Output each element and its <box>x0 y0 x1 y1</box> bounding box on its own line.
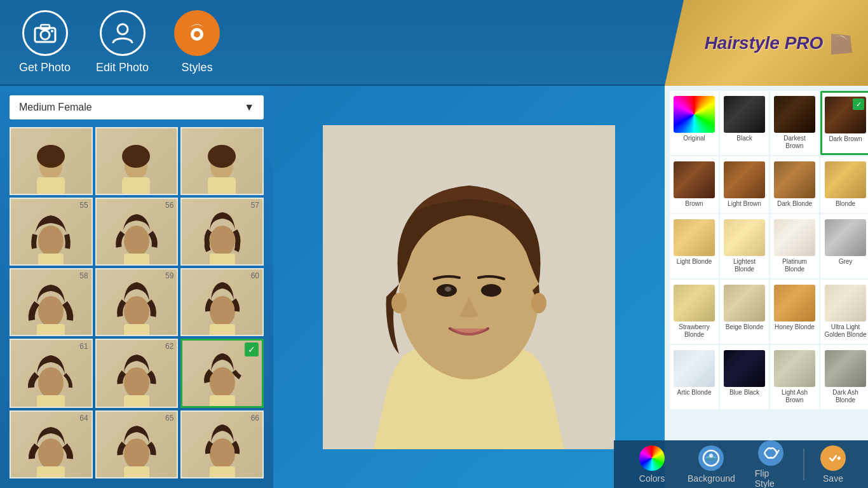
blonde-swatch: ✓ <box>825 161 866 198</box>
list-item[interactable]: 60 <box>180 268 264 336</box>
svg-rect-15 <box>208 177 236 194</box>
color-blonde[interactable]: ✓ Blonde <box>820 156 868 213</box>
list-item[interactable]: ✓ <box>180 339 264 408</box>
toolbar-flip-style[interactable]: Flip Style <box>745 437 797 489</box>
svg-rect-29 <box>37 395 65 407</box>
toolbar: Colors Background Flip Styl <box>614 440 868 488</box>
color-original[interactable]: ✓ Original <box>670 91 719 155</box>
dropdown-value: Medium Female <box>19 102 92 113</box>
color-label: Lightest Blonde <box>724 258 765 273</box>
color-dark-ash-blonde[interactable]: ✓ Dark Ash Blonde <box>820 345 868 409</box>
style-cell-partial2[interactable] <box>95 127 179 195</box>
color-darkest-brown[interactable]: ✓ Darkest Brown <box>770 91 819 155</box>
svg-rect-17 <box>38 254 64 265</box>
color-label: Ultra Light Golden Blonde <box>824 323 867 339</box>
color-grey[interactable]: ✓ Grey <box>820 214 868 278</box>
color-label: Darkest Brown <box>774 135 815 150</box>
color-label: Light Ash Brown <box>774 389 815 404</box>
svg-rect-25 <box>124 324 149 336</box>
list-item[interactable]: 59 <box>95 268 179 336</box>
style-number: 56 <box>165 201 173 210</box>
color-brown[interactable]: ✓ Brown <box>670 156 719 213</box>
toolbar-background[interactable]: Background <box>681 442 742 487</box>
style-cell-partial3[interactable] <box>180 127 264 195</box>
color-dark-blonde[interactable]: ✓ Dark Blonde <box>770 156 819 213</box>
style-cell-partial1[interactable] <box>10 127 93 195</box>
svg-point-28 <box>38 367 64 398</box>
svg-point-44 <box>481 284 501 297</box>
svg-point-6 <box>194 31 200 37</box>
nav-edit-photo[interactable]: Edit Photo <box>96 10 149 74</box>
color-label: Artic Blonde <box>677 389 712 396</box>
style-thumb <box>97 128 177 194</box>
color-honey-blonde[interactable]: ✓ Honey Blonde <box>770 280 819 344</box>
beige-blonde-swatch: ✓ <box>724 285 765 322</box>
list-item[interactable]: 65 <box>95 410 179 478</box>
color-grid: ✓ Original ✓ Black ✓ Darkest Brown <box>670 91 863 409</box>
nav-styles[interactable]: Styles <box>174 10 220 74</box>
style-number: 66 <box>251 414 259 423</box>
color-label: Light Blonde <box>677 258 712 266</box>
svg-point-46 <box>391 293 407 313</box>
list-item[interactable]: 58 <box>10 268 93 336</box>
toolbar-save[interactable]: Save <box>811 442 855 487</box>
color-black[interactable]: ✓ Black <box>720 91 769 155</box>
list-item[interactable]: 64 <box>10 410 93 478</box>
color-check-icon: ✓ <box>853 98 864 110</box>
main-content: Medium Female ▼ <box>0 86 868 488</box>
color-light-brown[interactable]: ✓ Light Brown <box>720 156 769 213</box>
list-item[interactable]: 55 <box>10 198 93 266</box>
save-icon <box>820 445 846 471</box>
light-brown-swatch: ✓ <box>724 161 765 198</box>
color-panel: ✓ Original ✓ Black ✓ Darkest Brown <box>665 86 868 488</box>
color-label: Blue Black <box>729 389 759 396</box>
color-artic-blonde[interactable]: ✓ Artic Blonde <box>670 345 719 409</box>
svg-rect-39 <box>210 466 235 478</box>
list-item[interactable]: 66 <box>180 410 264 478</box>
color-blue-black[interactable]: ✓ Blue Black <box>720 345 769 409</box>
color-light-blonde[interactable]: ✓ Light Blonde <box>670 214 719 278</box>
svg-point-1 <box>41 30 50 39</box>
list-item[interactable]: 61 <box>10 339 93 408</box>
style-number: 59 <box>165 271 173 280</box>
color-ultra-light[interactable]: ✓ Ultra Light Golden Blonde <box>820 280 868 344</box>
color-lightest-blonde[interactable]: ✓ Lightest Blonde <box>720 214 769 278</box>
list-item[interactable]: 56 <box>95 198 179 266</box>
color-label: Dark Ash Blonde <box>824 389 867 404</box>
hair-icon <box>174 10 220 56</box>
nav-get-photo[interactable]: Get Photo <box>19 10 71 74</box>
svg-point-49 <box>709 454 713 458</box>
strawberry-blonde-swatch: ✓ <box>674 285 715 322</box>
photo-frame <box>323 125 615 449</box>
color-platinum-blonde[interactable]: ✓ Platinum Blonde <box>770 214 819 278</box>
svg-point-34 <box>38 438 64 469</box>
flip-style-label: Flip Style <box>755 468 787 489</box>
chevron-down-icon: ▼ <box>244 102 254 113</box>
color-light-ash-brown[interactable]: ✓ Light Ash Brown <box>770 345 819 409</box>
colors-icon <box>639 445 665 471</box>
toolbar-colors[interactable]: Colors <box>627 442 677 487</box>
dark-ash-swatch: ✓ <box>825 350 866 387</box>
color-label: Beige Blonde <box>726 323 764 331</box>
svg-point-26 <box>210 296 235 327</box>
style-panel: Medium Female ▼ <box>0 86 273 488</box>
color-strawberry-blonde[interactable]: ✓ Strawberry Blonde <box>670 280 719 344</box>
dark-brown-swatch: ✓ <box>825 97 866 133</box>
style-category-dropdown[interactable]: Medium Female ▼ <box>10 95 264 119</box>
honey-blonde-swatch: ✓ <box>774 285 815 322</box>
svg-rect-21 <box>210 254 235 265</box>
svg-rect-23 <box>37 324 65 336</box>
svg-rect-9 <box>37 177 65 194</box>
header: Get Photo Edit Photo Styles Hairst <box>0 0 868 86</box>
styles-label: Styles <box>182 61 213 74</box>
svg-point-18 <box>124 226 149 256</box>
list-item[interactable]: 57 <box>180 198 264 266</box>
color-beige-blonde[interactable]: ✓ Beige Blonde <box>720 280 769 344</box>
svg-point-22 <box>38 296 64 327</box>
color-label: Brown <box>685 200 703 208</box>
get-photo-label: Get Photo <box>19 61 71 74</box>
svg-rect-27 <box>210 324 235 336</box>
list-item[interactable]: 62 <box>95 339 179 408</box>
svg-rect-12 <box>122 177 150 194</box>
color-dark-brown[interactable]: ✓ Dark Brown <box>820 91 868 155</box>
